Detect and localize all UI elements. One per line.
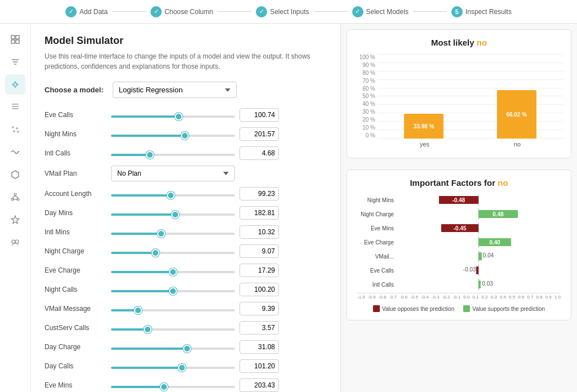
axis-label: 0.5 [509,295,515,300]
factor-pos-val-outside-4: 0.04 [482,252,494,259]
input-label-1: Night Mins [45,130,106,138]
bar-no-group: 66.02 % [497,90,536,139]
slider-9[interactable] [111,290,235,292]
input-value-1[interactable] [239,127,279,141]
input-value-8[interactable] [239,264,279,277]
slider-7[interactable] [111,252,235,254]
slider-10[interactable] [111,309,235,311]
input-row-1: Night Mins [45,127,327,141]
sidebar-icon-filter[interactable] [5,52,25,72]
step-select-models: ✓ Select Models [352,6,409,17]
axis-label: 0.9 [545,295,552,300]
input-value-4[interactable] [239,187,279,201]
slider-8[interactable] [111,271,235,273]
svg-point-11 [12,126,14,128]
slider-5[interactable] [111,213,235,216]
most-likely-title: Most likely no [355,38,563,47]
svg-rect-1 [16,35,19,39]
dropdown-3[interactable]: No PlanYes [111,166,235,181]
legend-label-support: Value supports the prediction [472,306,545,312]
step-line-4 [413,11,447,12]
most-likely-prediction: no [477,38,487,47]
input-label-14: Eve Mins [45,381,106,389]
gridline [378,54,563,55]
factor-pos-val-outside-6: 0.03 [481,280,492,287]
slider-2[interactable] [111,154,235,156]
input-row-9: Night Calls [45,283,327,296]
y-label-80: 80 % [362,70,375,76]
svg-rect-0 [11,35,15,39]
step-choose-column-label: Choose Column [165,8,213,16]
factor-row-3: Eve Charge0.40 [357,237,561,248]
y-label-0: 0 % [366,132,375,139]
slider-1[interactable] [111,135,235,137]
x-axis-labels: yes no [378,141,563,148]
sidebar-icon-group[interactable] [5,232,25,252]
factor-label-5: Eve Calls [357,268,394,274]
factor-neg-bar-0: -0.48 [439,196,478,204]
x-label-no: no [514,141,521,148]
slider-4[interactable] [111,194,235,197]
svg-point-14 [17,131,19,133]
slider-container-7 [111,247,235,256]
sidebar-icon-chart[interactable] [5,97,25,117]
input-value-9[interactable] [239,283,279,296]
input-value-2[interactable] [239,146,279,160]
factor-bars-5: -0.03 [396,265,561,276]
svg-rect-2 [11,40,15,43]
input-value-0[interactable] [239,108,279,122]
svg-marker-15 [12,171,19,179]
bar-no: 66.02 % [497,90,536,139]
slider-container-0 [111,111,235,119]
input-value-10[interactable] [239,302,279,315]
input-value-14[interactable] [239,378,279,392]
sidebar-icon-wave[interactable] [5,142,25,162]
sidebar-icon-model[interactable] [5,74,25,95]
slider-6[interactable] [111,233,235,235]
sidebar-icon-network[interactable] [5,187,25,207]
slider-13[interactable] [111,367,235,369]
input-value-6[interactable] [239,225,279,239]
svg-point-23 [15,240,19,243]
axis-label: 0.1 [472,295,478,300]
factor-pos-bar-3: 0.40 [478,238,511,246]
input-row-4: Account Length [45,187,327,201]
model-select-label: Choose a model: [45,86,104,94]
input-label-4: Account Length [45,190,106,198]
factor-label-1: Night Charge [357,211,394,217]
factor-label-6: Intl Calls [357,282,394,288]
factor-label-3: Eve Charge [357,239,394,246]
input-label-5: Day Mins [45,209,106,217]
bar-no-label: 66.02 % [506,112,527,118]
input-label-6: Intl Mins [45,228,106,236]
sidebar-icon-grid[interactable] [5,29,25,50]
step-select-models-label: Select Models [366,8,409,16]
slider-container-10 [111,305,235,313]
input-label-3: VMail Plan [45,170,106,177]
axis-label: 0.8 [536,295,543,300]
slider-11[interactable] [111,328,235,331]
input-label-0: Eve Calls [45,111,106,119]
input-value-7[interactable] [239,244,279,258]
input-value-13[interactable] [239,359,279,373]
input-value-11[interactable] [239,321,279,335]
slider-12[interactable] [111,348,235,350]
sidebar-icon-hex[interactable] [5,164,25,185]
input-value-5[interactable] [239,206,279,220]
sidebar-icon-scatter[interactable] [5,119,25,140]
bar-yes-label: 33.98 % [414,123,434,130]
axis-label: -0.5 [410,295,418,300]
x-label-yes: yes [420,141,429,148]
slider-0[interactable] [111,115,235,118]
step-select-inputs-check: ✓ [256,6,267,17]
input-value-12[interactable] [239,340,279,354]
legend-label-oppose: Value opposes the prediction [382,306,454,312]
input-row-12: Day Charge [45,340,327,354]
y-label-70: 70 % [362,78,375,84]
input-row-11: CustServ Calls [45,321,327,335]
slider-container-14 [111,381,235,390]
factor-neg-val-0: -0.48 [452,197,465,203]
sidebar-icon-star[interactable] [5,210,25,230]
slider-14[interactable] [111,386,235,388]
model-select-dropdown[interactable]: Logistic Regression Random Forest SVM [113,82,237,98]
